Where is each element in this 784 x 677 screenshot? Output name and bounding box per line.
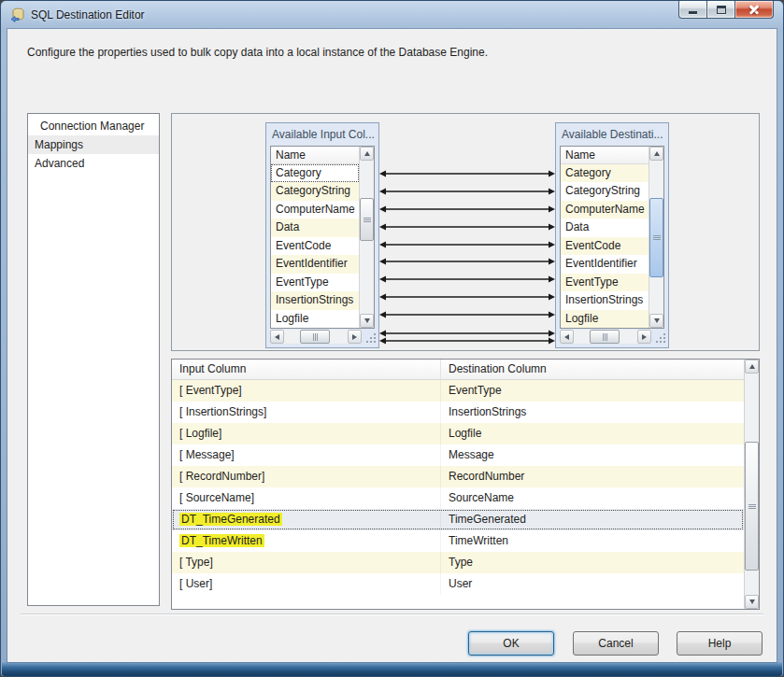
column-item-eventtype[interactable]: EventType <box>271 274 359 291</box>
sidebar: Connection ManagerMappingsAdvanced <box>27 113 160 606</box>
titlebar: SQL Destination Editor <box>1 1 783 29</box>
arrow-right-icon <box>642 334 647 340</box>
scroll-down-button[interactable] <box>649 314 663 328</box>
dialog-description: Configure the properties used to bulk co… <box>27 46 488 59</box>
available-destination-columns-box: Available Destinati... Name CategoryCate… <box>555 122 669 348</box>
scroll-thumb[interactable] <box>649 198 663 277</box>
input-column-cell: [ Logfile] <box>172 423 441 444</box>
resize-grip-icon[interactable] <box>655 332 666 344</box>
table-row[interactable]: [ SourceName]SourceName <box>172 487 744 509</box>
column-item-eventcode[interactable]: EventCode <box>561 237 649 255</box>
destination-list-vertical-scrollbar[interactable] <box>649 147 663 328</box>
scroll-up-button[interactable] <box>649 147 663 161</box>
table-row[interactable]: [ User]User <box>172 573 744 595</box>
footer-divider <box>21 614 763 615</box>
sql-destination-icon <box>10 7 25 22</box>
window-controls <box>678 1 774 19</box>
cancel-button[interactable]: Cancel <box>573 631 659 656</box>
destination-column-cell: Logfile <box>441 423 744 444</box>
column-item-data[interactable]: Data <box>271 219 359 236</box>
destination-column-cell: InsertionStrings <box>441 402 744 423</box>
column-item-categorystring[interactable]: CategoryString <box>561 182 649 200</box>
scroll-left-button[interactable] <box>560 330 574 344</box>
resize-grip-icon[interactable] <box>365 332 377 344</box>
minimize-icon <box>689 11 697 14</box>
window-title: SQL Destination Editor <box>31 8 145 21</box>
input-column-cell: [ RecordNumber] <box>172 466 441 487</box>
column-item-category[interactable]: Category <box>271 164 359 182</box>
available-input-columns-box: Available Input Col... Name CategoryCate… <box>265 122 379 348</box>
input-list-horizontal-scrollbar[interactable] <box>270 330 362 344</box>
scroll-down-button[interactable] <box>745 595 759 609</box>
scroll-up-button[interactable] <box>360 147 374 161</box>
table-row[interactable]: [ InsertionStrings]InsertionStrings <box>172 402 744 423</box>
scroll-left-button[interactable] <box>270 330 284 344</box>
column-item-insertionstrings[interactable]: InsertionStrings <box>271 291 359 309</box>
scroll-track[interactable] <box>574 330 637 344</box>
input-column-cell: [ User] <box>172 573 441 595</box>
destination-column-header[interactable]: Destination Column <box>441 360 744 379</box>
thumb-grip-icon <box>653 237 661 238</box>
column-item-category[interactable]: Category <box>561 164 649 182</box>
destination-list-horizontal-scrollbar[interactable] <box>560 330 651 344</box>
mapping-connectors[interactable] <box>379 114 555 350</box>
arrow-up-icon <box>654 151 660 156</box>
arrow-up-icon <box>749 364 755 369</box>
column-item-logfile[interactable]: Logfile <box>271 310 359 328</box>
input-name-column-header[interactable]: Name <box>271 147 359 164</box>
table-row[interactable]: [ RecordNumber]RecordNumber <box>172 466 744 487</box>
scroll-thumb[interactable] <box>300 330 330 344</box>
scroll-right-button[interactable] <box>348 330 362 344</box>
table-row[interactable]: [ Type]Type <box>172 552 744 573</box>
input-column-header[interactable]: Input Column <box>172 360 441 379</box>
table-row[interactable]: [ Logfile]Logfile <box>172 423 744 444</box>
table-vertical-scrollbar[interactable] <box>744 360 759 609</box>
scroll-right-button[interactable] <box>637 330 651 344</box>
input-column-cell: DT_TimeGenerated <box>172 509 441 530</box>
dialog-content: Configure the properties used to bulk co… <box>7 29 777 662</box>
scroll-thumb[interactable] <box>360 198 374 241</box>
sidebar-item-advanced[interactable]: Advanced <box>28 154 159 173</box>
column-item-eventidentifier[interactable]: EventIdentifier <box>561 255 649 273</box>
column-item-eventtype[interactable]: EventType <box>561 274 649 291</box>
thumb-grip-icon <box>748 506 756 507</box>
scroll-up-button[interactable] <box>745 360 759 374</box>
column-item-insertionstrings[interactable]: InsertionStrings <box>561 291 649 309</box>
destination-name-column-header[interactable]: Name <box>561 147 649 164</box>
close-button[interactable] <box>734 1 774 19</box>
scroll-track[interactable] <box>649 161 663 314</box>
sidebar-item-connection-manager[interactable]: Connection Manager <box>28 117 159 135</box>
close-icon <box>748 4 760 15</box>
table-row[interactable]: DT_TimeGeneratedTimeGenerated <box>172 509 744 530</box>
window-frame-bottom <box>2 662 782 676</box>
column-item-computername[interactable]: ComputerName <box>271 201 359 219</box>
destination-box-title: Available Destinati... <box>556 123 668 143</box>
destination-column-cell: Type <box>441 552 744 573</box>
maximize-button[interactable] <box>706 1 734 19</box>
column-item-logfile[interactable]: Logfile <box>561 310 649 328</box>
help-button[interactable]: Help <box>677 631 763 656</box>
ok-button[interactable]: OK <box>468 631 554 656</box>
minimize-button[interactable] <box>678 1 706 19</box>
column-item-eventidentifier[interactable]: EventIdentifier <box>271 255 359 273</box>
scroll-track[interactable] <box>360 161 374 314</box>
thumb-grip-icon <box>605 333 606 341</box>
arrow-up-icon <box>364 151 370 156</box>
scroll-down-button[interactable] <box>360 314 374 328</box>
table-row[interactable]: [ EventType]EventType <box>172 380 744 402</box>
column-item-categorystring[interactable]: CategoryString <box>271 182 359 200</box>
table-row[interactable]: DT_TimeWrittenTimeWritten <box>172 530 744 552</box>
highlighted-text: DT_TimeGenerated <box>179 513 282 526</box>
column-item-eventcode[interactable]: EventCode <box>271 237 359 255</box>
scroll-thumb[interactable] <box>745 442 759 571</box>
column-item-data[interactable]: Data <box>561 219 649 236</box>
column-item-computername[interactable]: ComputerName <box>561 201 649 219</box>
arrow-down-icon <box>364 318 370 323</box>
scroll-track[interactable] <box>745 374 759 595</box>
table-row[interactable]: [ Message]Message <box>172 444 744 466</box>
scroll-thumb[interactable] <box>590 330 620 344</box>
input-column-cell: [ EventType] <box>172 380 441 402</box>
scroll-track[interactable] <box>284 330 348 344</box>
sidebar-item-mappings[interactable]: Mappings <box>28 135 159 154</box>
input-list-vertical-scrollbar[interactable] <box>359 147 374 328</box>
